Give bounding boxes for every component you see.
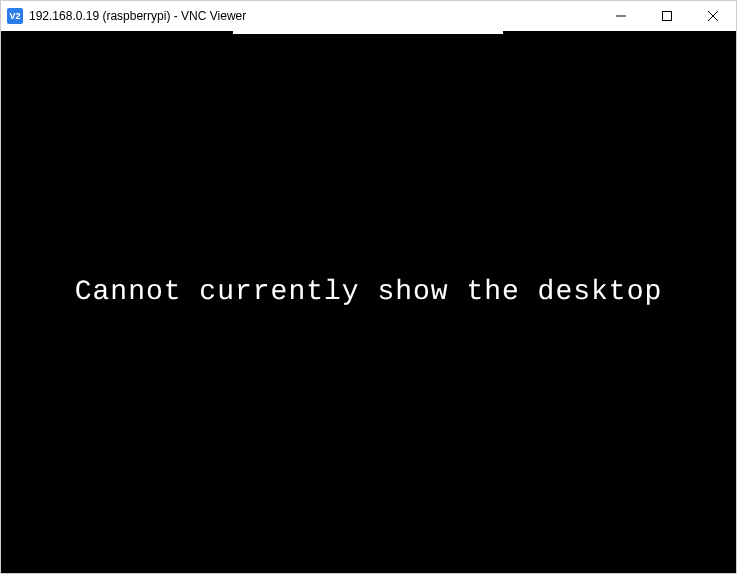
window-title: 192.168.0.19 (raspberrypi) - VNC Viewer (29, 9, 598, 23)
titlebar: V2 192.168.0.19 (raspberrypi) - VNC View… (1, 1, 736, 31)
vnc-content-area: Cannot currently show the desktop (1, 31, 736, 573)
minimize-icon (616, 11, 626, 21)
window-controls (598, 1, 736, 31)
minimize-button[interactable] (598, 1, 644, 31)
vnc-viewer-window: V2 192.168.0.19 (raspberrypi) - VNC View… (0, 0, 737, 574)
maximize-icon (662, 11, 672, 21)
close-button[interactable] (690, 1, 736, 31)
toolbar-hint-bar (233, 31, 503, 34)
close-icon (708, 11, 718, 21)
error-message: Cannot currently show the desktop (75, 277, 663, 308)
vnc-app-icon: V2 (7, 8, 23, 24)
svg-rect-1 (663, 12, 672, 21)
maximize-button[interactable] (644, 1, 690, 31)
